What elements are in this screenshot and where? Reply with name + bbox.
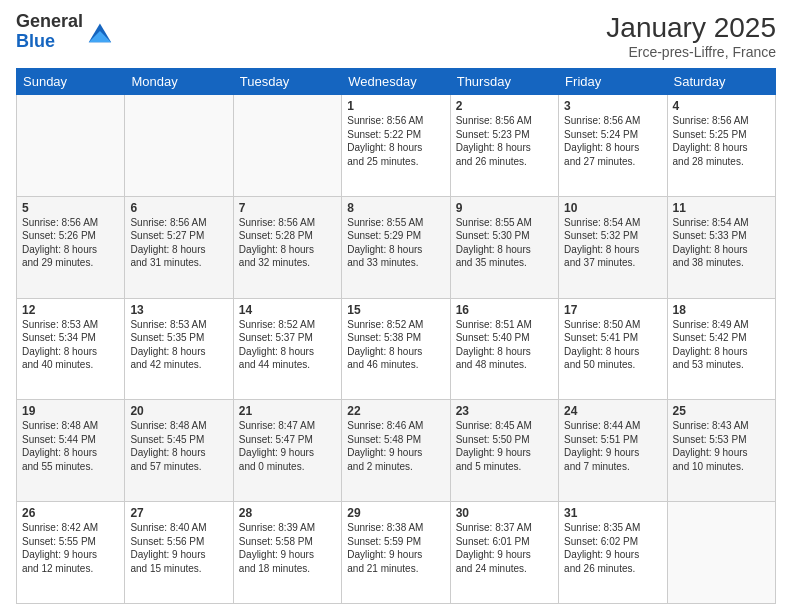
day-info: Sunrise: 8:55 AM Sunset: 5:29 PM Dayligh… — [347, 217, 423, 269]
logo-text: General Blue — [16, 12, 83, 52]
day-number: 4 — [673, 99, 770, 113]
day-number: 7 — [239, 201, 336, 215]
day-cell — [125, 95, 233, 197]
day-info: Sunrise: 8:51 AM Sunset: 5:40 PM Dayligh… — [456, 319, 532, 371]
title-block: January 2025 Erce-pres-Liffre, France — [606, 12, 776, 60]
day-info: Sunrise: 8:56 AM Sunset: 5:28 PM Dayligh… — [239, 217, 315, 269]
day-cell: 7Sunrise: 8:56 AM Sunset: 5:28 PM Daylig… — [233, 196, 341, 298]
day-cell: 8Sunrise: 8:55 AM Sunset: 5:29 PM Daylig… — [342, 196, 450, 298]
week-row-2: 12Sunrise: 8:53 AM Sunset: 5:34 PM Dayli… — [17, 298, 776, 400]
day-cell: 26Sunrise: 8:42 AM Sunset: 5:55 PM Dayli… — [17, 502, 125, 604]
col-header-thursday: Thursday — [450, 69, 558, 95]
day-cell: 10Sunrise: 8:54 AM Sunset: 5:32 PM Dayli… — [559, 196, 667, 298]
day-cell: 27Sunrise: 8:40 AM Sunset: 5:56 PM Dayli… — [125, 502, 233, 604]
day-info: Sunrise: 8:38 AM Sunset: 5:59 PM Dayligh… — [347, 522, 423, 574]
week-row-1: 5Sunrise: 8:56 AM Sunset: 5:26 PM Daylig… — [17, 196, 776, 298]
logo-general: General — [16, 12, 83, 32]
day-number: 22 — [347, 404, 444, 418]
header-row: SundayMondayTuesdayWednesdayThursdayFrid… — [17, 69, 776, 95]
day-number: 27 — [130, 506, 227, 520]
day-number: 28 — [239, 506, 336, 520]
day-cell — [17, 95, 125, 197]
day-number: 2 — [456, 99, 553, 113]
day-info: Sunrise: 8:39 AM Sunset: 5:58 PM Dayligh… — [239, 522, 315, 574]
day-cell: 31Sunrise: 8:35 AM Sunset: 6:02 PM Dayli… — [559, 502, 667, 604]
day-number: 11 — [673, 201, 770, 215]
day-number: 26 — [22, 506, 119, 520]
day-cell: 9Sunrise: 8:55 AM Sunset: 5:30 PM Daylig… — [450, 196, 558, 298]
day-info: Sunrise: 8:53 AM Sunset: 5:35 PM Dayligh… — [130, 319, 206, 371]
day-cell: 29Sunrise: 8:38 AM Sunset: 5:59 PM Dayli… — [342, 502, 450, 604]
day-cell: 6Sunrise: 8:56 AM Sunset: 5:27 PM Daylig… — [125, 196, 233, 298]
day-cell: 11Sunrise: 8:54 AM Sunset: 5:33 PM Dayli… — [667, 196, 775, 298]
day-number: 13 — [130, 303, 227, 317]
day-info: Sunrise: 8:56 AM Sunset: 5:22 PM Dayligh… — [347, 115, 423, 167]
day-cell: 16Sunrise: 8:51 AM Sunset: 5:40 PM Dayli… — [450, 298, 558, 400]
day-number: 16 — [456, 303, 553, 317]
day-info: Sunrise: 8:55 AM Sunset: 5:30 PM Dayligh… — [456, 217, 532, 269]
day-number: 25 — [673, 404, 770, 418]
day-info: Sunrise: 8:56 AM Sunset: 5:26 PM Dayligh… — [22, 217, 98, 269]
day-number: 23 — [456, 404, 553, 418]
day-info: Sunrise: 8:49 AM Sunset: 5:42 PM Dayligh… — [673, 319, 749, 371]
day-cell: 23Sunrise: 8:45 AM Sunset: 5:50 PM Dayli… — [450, 400, 558, 502]
day-number: 18 — [673, 303, 770, 317]
page: General Blue January 2025 Erce-pres-Liff… — [0, 0, 792, 612]
day-info: Sunrise: 8:52 AM Sunset: 5:38 PM Dayligh… — [347, 319, 423, 371]
day-cell: 21Sunrise: 8:47 AM Sunset: 5:47 PM Dayli… — [233, 400, 341, 502]
day-cell: 5Sunrise: 8:56 AM Sunset: 5:26 PM Daylig… — [17, 196, 125, 298]
week-row-0: 1Sunrise: 8:56 AM Sunset: 5:22 PM Daylig… — [17, 95, 776, 197]
day-cell: 30Sunrise: 8:37 AM Sunset: 6:01 PM Dayli… — [450, 502, 558, 604]
day-info: Sunrise: 8:56 AM Sunset: 5:23 PM Dayligh… — [456, 115, 532, 167]
day-cell — [667, 502, 775, 604]
day-info: Sunrise: 8:43 AM Sunset: 5:53 PM Dayligh… — [673, 420, 749, 472]
month-title: January 2025 — [606, 12, 776, 44]
logo-blue: Blue — [16, 32, 83, 52]
calendar-table: SundayMondayTuesdayWednesdayThursdayFrid… — [16, 68, 776, 604]
day-cell: 18Sunrise: 8:49 AM Sunset: 5:42 PM Dayli… — [667, 298, 775, 400]
day-info: Sunrise: 8:44 AM Sunset: 5:51 PM Dayligh… — [564, 420, 640, 472]
day-number: 15 — [347, 303, 444, 317]
day-info: Sunrise: 8:50 AM Sunset: 5:41 PM Dayligh… — [564, 319, 640, 371]
day-info: Sunrise: 8:52 AM Sunset: 5:37 PM Dayligh… — [239, 319, 315, 371]
col-header-saturday: Saturday — [667, 69, 775, 95]
col-header-monday: Monday — [125, 69, 233, 95]
day-cell: 25Sunrise: 8:43 AM Sunset: 5:53 PM Dayli… — [667, 400, 775, 502]
day-info: Sunrise: 8:53 AM Sunset: 5:34 PM Dayligh… — [22, 319, 98, 371]
day-info: Sunrise: 8:47 AM Sunset: 5:47 PM Dayligh… — [239, 420, 315, 472]
day-number: 17 — [564, 303, 661, 317]
day-cell — [233, 95, 341, 197]
logo: General Blue — [16, 12, 113, 52]
day-info: Sunrise: 8:56 AM Sunset: 5:25 PM Dayligh… — [673, 115, 749, 167]
day-number: 12 — [22, 303, 119, 317]
day-cell: 12Sunrise: 8:53 AM Sunset: 5:34 PM Dayli… — [17, 298, 125, 400]
day-cell: 19Sunrise: 8:48 AM Sunset: 5:44 PM Dayli… — [17, 400, 125, 502]
day-number: 5 — [22, 201, 119, 215]
day-number: 20 — [130, 404, 227, 418]
day-number: 31 — [564, 506, 661, 520]
week-row-4: 26Sunrise: 8:42 AM Sunset: 5:55 PM Dayli… — [17, 502, 776, 604]
day-number: 9 — [456, 201, 553, 215]
day-cell: 20Sunrise: 8:48 AM Sunset: 5:45 PM Dayli… — [125, 400, 233, 502]
day-info: Sunrise: 8:54 AM Sunset: 5:32 PM Dayligh… — [564, 217, 640, 269]
day-info: Sunrise: 8:35 AM Sunset: 6:02 PM Dayligh… — [564, 522, 640, 574]
day-number: 10 — [564, 201, 661, 215]
day-cell: 24Sunrise: 8:44 AM Sunset: 5:51 PM Dayli… — [559, 400, 667, 502]
day-number: 24 — [564, 404, 661, 418]
day-info: Sunrise: 8:45 AM Sunset: 5:50 PM Dayligh… — [456, 420, 532, 472]
day-number: 1 — [347, 99, 444, 113]
week-row-3: 19Sunrise: 8:48 AM Sunset: 5:44 PM Dayli… — [17, 400, 776, 502]
col-header-sunday: Sunday — [17, 69, 125, 95]
day-cell: 17Sunrise: 8:50 AM Sunset: 5:41 PM Dayli… — [559, 298, 667, 400]
day-info: Sunrise: 8:40 AM Sunset: 5:56 PM Dayligh… — [130, 522, 206, 574]
col-header-tuesday: Tuesday — [233, 69, 341, 95]
day-number: 6 — [130, 201, 227, 215]
day-number: 29 — [347, 506, 444, 520]
day-cell: 13Sunrise: 8:53 AM Sunset: 5:35 PM Dayli… — [125, 298, 233, 400]
day-info: Sunrise: 8:46 AM Sunset: 5:48 PM Dayligh… — [347, 420, 423, 472]
day-number: 30 — [456, 506, 553, 520]
day-info: Sunrise: 8:48 AM Sunset: 5:44 PM Dayligh… — [22, 420, 98, 472]
day-number: 19 — [22, 404, 119, 418]
day-number: 8 — [347, 201, 444, 215]
day-number: 14 — [239, 303, 336, 317]
